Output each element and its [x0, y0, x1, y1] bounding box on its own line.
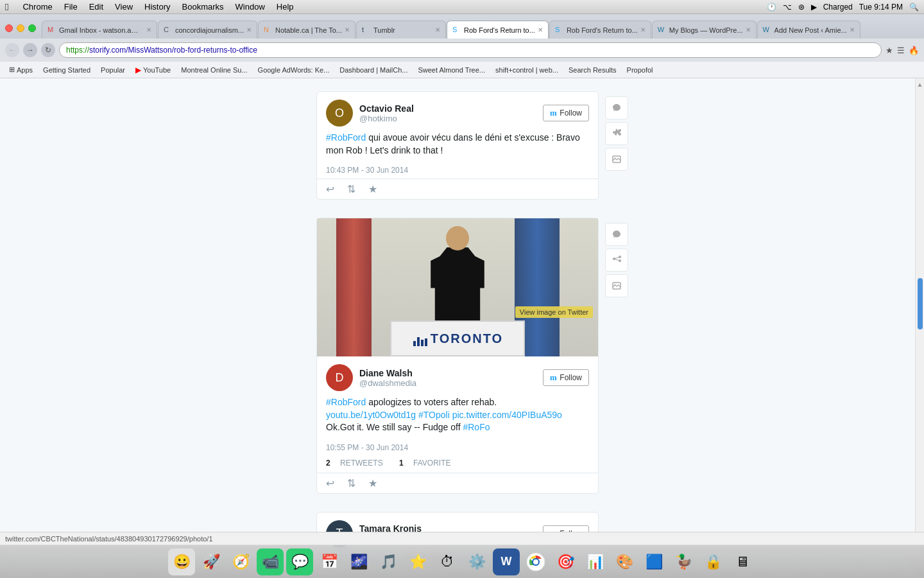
- tab-tumblr[interactable]: t Tumblr ✕: [356, 21, 446, 39]
- dock-display[interactable]: 🖥: [729, 548, 756, 575]
- hashtag-topoli[interactable]: #TOpoli: [418, 410, 450, 420]
- apple-menu[interactable]: : [5, 1, 8, 12]
- retweet-button-2[interactable]: ⇅: [347, 477, 355, 489]
- dock-calendar[interactable]: 📅: [316, 548, 343, 575]
- menu-bookmarks[interactable]: Bookmarks: [182, 2, 224, 12]
- retweet-label-2: RETWEETS: [340, 459, 383, 468]
- dock-facetime[interactable]: 📹: [257, 548, 284, 575]
- tab-close-storify2[interactable]: ✕: [640, 26, 646, 33]
- tab-title-wordpress: My Blogs — WordPre...: [669, 26, 743, 34]
- reload-button[interactable]: ↻: [41, 43, 55, 57]
- menu-icon[interactable]: ☰: [897, 46, 905, 55]
- bookmark-youtube[interactable]: ▶ YouTube: [132, 64, 175, 76]
- link-youtube[interactable]: youtu.be/1yt0Ow0td1g: [326, 410, 416, 420]
- bookmark-almond[interactable]: Sweet Almond Tree...: [414, 65, 489, 75]
- avatar-diane: D: [326, 364, 353, 391]
- bookmark-apps[interactable]: ⊞ Apps: [5, 64, 37, 75]
- page-scroll[interactable]: O Octavio Real @hotkimo 𝐦 Follow: [0, 78, 915, 578]
- dock-itunes[interactable]: 🎵: [375, 548, 402, 575]
- tab-close-notable[interactable]: ✕: [345, 26, 350, 33]
- dock-messages[interactable]: 💬: [286, 548, 313, 575]
- side-share-btn-1[interactable]: [605, 122, 628, 145]
- tab-notable[interactable]: N Notable.ca | The To... ✕: [258, 21, 355, 39]
- retweet-button-1[interactable]: ⇅: [347, 183, 355, 195]
- tab-close-tumblr[interactable]: ✕: [435, 26, 440, 33]
- bookmark-getting-started[interactable]: Getting Started: [39, 65, 94, 75]
- dock-app4[interactable]: 🎨: [611, 548, 638, 575]
- bookmark-apps-label: Apps: [17, 66, 33, 74]
- flame-icon[interactable]: 🔥: [909, 46, 919, 55]
- search-icon[interactable]: 🔍: [909, 3, 919, 12]
- hashtag-robford-2[interactable]: #RobFord: [326, 397, 366, 407]
- dock-finder[interactable]: 😀: [168, 548, 195, 575]
- menu-edit[interactable]: Edit: [89, 2, 103, 12]
- dock-safari[interactable]: 🧭: [227, 548, 254, 575]
- bookmark-propofol[interactable]: Propofol: [623, 65, 657, 75]
- tab-storify-active[interactable]: S Rob Ford's Return to... ✕: [447, 21, 549, 39]
- dock-app3[interactable]: 📊: [581, 548, 608, 575]
- link-pic[interactable]: pic.twitter.com/40PIBuA59o: [452, 410, 562, 420]
- menu-chrome[interactable]: Chrome: [22, 2, 52, 12]
- bookmark-shift[interactable]: shift+control | web...: [492, 65, 562, 75]
- reply-button-1[interactable]: ↩: [326, 183, 334, 195]
- tweet-actions-1: ↩ ⇅ ★: [317, 179, 598, 199]
- side-share-btn-2[interactable]: [605, 249, 628, 272]
- menu-view[interactable]: View: [115, 2, 133, 12]
- view-image-tooltip[interactable]: View image on Twitter: [515, 306, 593, 318]
- tweet-user-diane: Diane Walsh @dwalshmedia: [359, 368, 536, 388]
- menu-help[interactable]: Help: [277, 2, 294, 12]
- close-button[interactable]: [5, 24, 13, 32]
- hashtag-rofo[interactable]: #RoFo: [463, 422, 490, 432]
- dock-duck[interactable]: 🦆: [670, 548, 697, 575]
- dock-word[interactable]: W: [493, 548, 520, 575]
- scroll-up-arrow[interactable]: ▲: [916, 78, 924, 90]
- dock-app1[interactable]: ⭐: [404, 548, 431, 575]
- dock-security[interactable]: 🔒: [699, 548, 726, 575]
- dock-clock[interactable]: ⏱: [434, 548, 461, 575]
- bookmark-montreal[interactable]: Montreal Online Su...: [177, 65, 251, 75]
- tweet-image-2: TORONTO View image on Twitter: [317, 218, 598, 356]
- menu-history[interactable]: History: [144, 2, 170, 12]
- scrollbar-thumb[interactable]: [918, 278, 923, 329]
- menu-window[interactable]: Window: [235, 2, 265, 12]
- bookmark-adwords[interactable]: Google AdWords: Ke...: [254, 65, 334, 75]
- dock-launchpad[interactable]: 🚀: [198, 548, 225, 575]
- menu-file[interactable]: File: [64, 2, 78, 12]
- tab-close-concordia[interactable]: ✕: [246, 26, 252, 33]
- maximize-button[interactable]: [28, 24, 36, 32]
- tab-wordpress[interactable]: W My Blogs — WordPre... ✕: [652, 21, 757, 39]
- back-button[interactable]: ←: [5, 43, 19, 57]
- dock-settings[interactable]: ⚙️: [463, 548, 490, 575]
- bookmark-star-icon[interactable]: ★: [886, 46, 893, 55]
- follow-button-1[interactable]: 𝐦 Follow: [543, 105, 589, 121]
- side-image-btn-2[interactable]: [605, 274, 628, 297]
- url-bar[interactable]: https://storify.com/MissWattson/rob-ford…: [59, 42, 882, 58]
- tab-addpost[interactable]: W Add New Post ‹ Amie... ✕: [757, 21, 860, 39]
- side-comment-btn-1[interactable]: [605, 96, 628, 119]
- tab-close-wordpress[interactable]: ✕: [746, 26, 751, 33]
- favorite-button-1[interactable]: ★: [368, 183, 377, 195]
- tab-gmail[interactable]: M Gmail Inbox - watson.amie... ✕: [42, 21, 157, 39]
- tab-close-gmail[interactable]: ✕: [146, 26, 151, 33]
- side-comment-btn-2[interactable]: [605, 223, 628, 246]
- tab-close-storify[interactable]: ✕: [538, 26, 543, 33]
- dock-photos[interactable]: 🌌: [345, 548, 372, 575]
- bookmark-search[interactable]: Search Results: [565, 65, 620, 75]
- tab-concordia[interactable]: C concordiajournalism... ✕: [158, 21, 257, 39]
- tab-close-addpost[interactable]: ✕: [850, 26, 855, 33]
- dock-chrome[interactable]: [522, 548, 549, 575]
- bookmark-popular[interactable]: Popular: [97, 65, 129, 75]
- tab-title-addpost: Add New Post ‹ Amie...: [774, 26, 847, 34]
- hashtag-robford-1[interactable]: #RobFord: [326, 132, 366, 143]
- follow-button-2[interactable]: 𝐦 Follow: [543, 369, 589, 386]
- minimize-button[interactable]: [17, 24, 24, 32]
- forward-button[interactable]: →: [23, 43, 37, 57]
- bookmark-mailchimp[interactable]: Dashboard | MailCh...: [336, 65, 411, 75]
- favorite-button-2[interactable]: ★: [368, 477, 377, 489]
- tab-storify2[interactable]: S Rob Ford's Return to... ✕: [549, 21, 651, 39]
- dock-vlc[interactable]: 🟦: [640, 548, 667, 575]
- scrollbar[interactable]: ▲ ▼: [915, 78, 924, 578]
- reply-button-2[interactable]: ↩: [326, 477, 334, 489]
- side-image-btn-1[interactable]: [605, 148, 628, 171]
- dock-app2[interactable]: 🎯: [552, 548, 579, 575]
